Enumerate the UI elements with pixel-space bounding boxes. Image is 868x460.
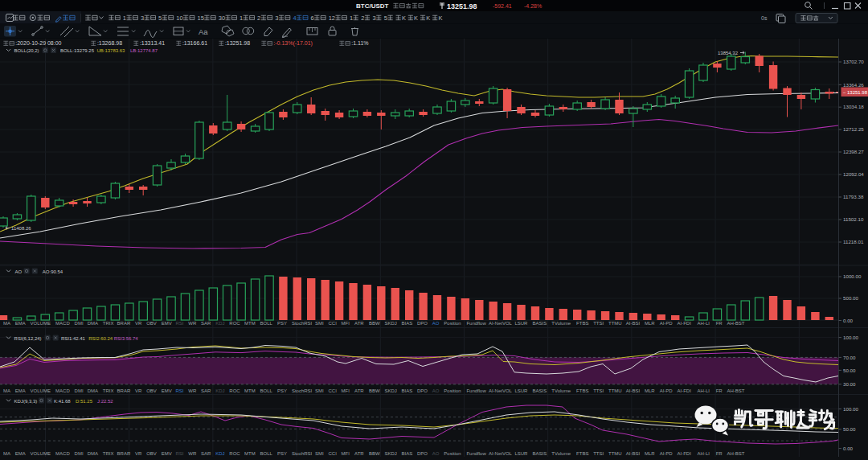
svg-text:WR: WR [188, 388, 197, 393]
svg-text:MACD: MACD [55, 451, 70, 456]
svg-text:SAR: SAR [201, 321, 211, 326]
svg-text:RSI: RSI [176, 388, 184, 393]
svg-text:AO: AO [432, 451, 440, 456]
svg-text:J:22.52: J:22.52 [97, 399, 113, 404]
svg-text:AI-NetVOL: AI-NetVOL [489, 388, 513, 393]
svg-text:AI-BSI: AI-BSI [626, 388, 641, 393]
svg-text:DPO: DPO [417, 321, 428, 326]
svg-text:AI-FDI: AI-FDI [678, 388, 692, 393]
svg-text:TVolume: TVolume [551, 321, 571, 326]
svg-text:ROC: ROC [229, 451, 240, 456]
svg-text:SMI: SMI [315, 388, 324, 393]
svg-text:AI-PD: AI-PD [660, 321, 674, 326]
svg-text:OBV: OBV [146, 451, 157, 456]
svg-text:KDJ: KDJ [215, 321, 224, 326]
svg-text:Fundflow: Fundflow [466, 321, 486, 326]
svg-text:BOLL: BOLL [260, 451, 273, 456]
svg-text:VOLUME: VOLUME [31, 321, 51, 326]
svg-text:0s: 0s [761, 15, 768, 21]
svg-text:ATR: ATR [354, 388, 364, 393]
svg-text:BBW: BBW [369, 451, 380, 456]
svg-text:MTM: MTM [244, 451, 256, 456]
svg-text:Position: Position [444, 451, 461, 456]
svg-text:EMA: EMA [15, 451, 26, 456]
svg-text:BASIS: BASIS [533, 388, 547, 393]
svg-text:AH-LI: AH-LI [698, 388, 710, 393]
svg-text:SAR: SAR [201, 388, 211, 393]
svg-text:BOLL(20,2): BOLL(20,2) [14, 48, 39, 53]
svg-text::13251.98: :13251.98 [225, 40, 250, 46]
svg-text:AH-BST: AH-BST [727, 388, 745, 393]
svg-text:VR: VR [135, 451, 142, 456]
svg-text:BOLL: BOLL [260, 388, 273, 393]
svg-text:BTC/USDT: BTC/USDT [356, 2, 389, 10]
svg-text:ROC: ROC [229, 321, 240, 326]
svg-text:TRIX: TRIX [103, 451, 114, 456]
svg-text:MA: MA [3, 451, 10, 456]
svg-text:MA: MA [3, 321, 10, 326]
svg-text:FR: FR [716, 451, 723, 456]
svg-text:5: 5 [384, 14, 387, 22]
svg-text:LSUR: LSUR [514, 388, 528, 393]
svg-text:Fundflow: Fundflow [466, 388, 486, 393]
svg-text:FR: FR [716, 321, 723, 326]
svg-text:TTSI: TTSI [593, 388, 604, 393]
svg-text:11218.01: 11218.01 [843, 239, 864, 244]
svg-text:MFI: MFI [342, 451, 350, 456]
svg-text:DMI: DMI [75, 321, 84, 326]
svg-text:OBV: OBV [146, 388, 157, 393]
svg-text:11502.10: 11502.10 [843, 216, 864, 222]
svg-text:BRAR: BRAR [117, 388, 131, 393]
svg-text:VR: VR [135, 388, 142, 393]
svg-text:MFI: MFI [342, 321, 350, 326]
svg-text:0.00: 0.00 [843, 318, 854, 323]
svg-text:AI-NetVOL: AI-NetVOL [489, 451, 513, 456]
svg-text:MACD: MACD [55, 321, 70, 326]
svg-text:K: K [426, 14, 430, 22]
svg-text:PSY: PSY [277, 388, 287, 393]
svg-text:AH-BST: AH-BST [727, 451, 745, 456]
svg-text:Aa: Aa [199, 27, 208, 36]
svg-text:CCI: CCI [329, 388, 338, 393]
svg-text:12092.04: 12092.04 [843, 171, 864, 177]
svg-text:11408.26: 11408.26 [11, 226, 31, 231]
svg-text:K: K [402, 14, 406, 22]
svg-text:100.00: 100.00 [843, 406, 858, 412]
svg-text:AI-NetVOL: AI-NetVOL [489, 321, 513, 326]
svg-text:RSI2:60.24: RSI2:60.24 [88, 336, 113, 341]
svg-text:AO: AO [15, 269, 23, 274]
svg-text:DMA: DMA [88, 321, 98, 326]
svg-text:CCI: CCI [329, 321, 338, 326]
svg-text:TTMU: TTMU [608, 321, 622, 326]
svg-text:RSI1:42.41: RSI1:42.41 [61, 336, 86, 341]
svg-text:StochRSI: StochRSI [292, 321, 313, 326]
svg-text:13854.32: 13854.32 [718, 51, 739, 55]
svg-text:FTBS: FTBS [576, 388, 588, 393]
svg-text:TRIX: TRIX [103, 321, 114, 326]
svg-text:AI-PD: AI-PD [660, 451, 674, 456]
svg-text:BRAR: BRAR [117, 321, 131, 326]
svg-text:5: 5 [158, 14, 162, 22]
svg-text:2: 2 [361, 14, 364, 22]
svg-text:EMV: EMV [162, 321, 172, 326]
svg-text:15: 15 [198, 14, 204, 22]
svg-text:70.00: 70.00 [843, 355, 856, 360]
svg-text:12: 12 [329, 14, 335, 22]
svg-text:SKDJ: SKDJ [384, 321, 396, 326]
svg-text:KDJ: KDJ [215, 451, 224, 456]
svg-text:AH-LI: AH-LI [698, 321, 710, 326]
svg-text:MLR: MLR [645, 321, 655, 326]
svg-text::-0.13%(-17.01): :-0.13%(-17.01) [273, 40, 313, 47]
svg-text:3: 3 [275, 14, 278, 22]
svg-text:12712.25: 12712.25 [843, 126, 864, 132]
svg-text:WR: WR [188, 451, 197, 456]
svg-text:SMI: SMI [315, 321, 324, 326]
svg-text:AO: AO [432, 388, 440, 393]
svg-text:WR: WR [188, 321, 197, 326]
svg-text:OBV: OBV [146, 321, 157, 326]
svg-text:SKDJ: SKDJ [384, 451, 396, 456]
svg-text:DPO: DPO [417, 388, 428, 393]
svg-text:13251.98: 13251.98 [447, 2, 477, 10]
svg-text:BASIS: BASIS [533, 451, 547, 456]
svg-text:AI-FDI: AI-FDI [678, 451, 692, 456]
